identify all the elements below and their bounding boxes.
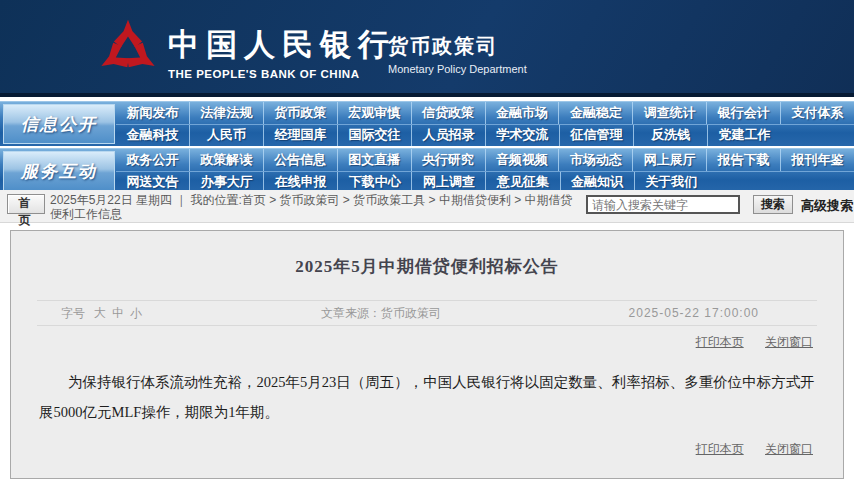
nav-link[interactable]: 报刊年鉴 [792,151,844,169]
article-meta-row: 字号 大中小 文章来源：货币政策司 2025-05-22 17:00:00 [37,300,817,326]
nav-link[interactable]: 图文直播 [348,151,400,169]
nav-link[interactable]: 意见征集 [497,173,549,191]
nav-cell: 音频视频 [486,149,560,171]
nav-cell: 政策解读 [190,149,264,171]
nav-cell: 信贷政策 [412,102,486,124]
breadcrumb: 2025年5月22日 星期四 ｜ 我的位置:首页 > 货币政策司 > 货币政策工… [50,193,584,221]
nav-cell: 央行研究 [412,149,486,171]
department-name-cn: 货币政策司 [388,33,527,60]
article-title: 2025年5月中期借贷便利招标公告 [11,255,843,278]
site-header: 中国人民银行 THE PEOPLE'S BANK OF CHINA 货币政策司 … [0,0,854,97]
font-size-option[interactable]: 大 [94,306,106,320]
nav-link[interactable]: 市场动态 [570,151,622,169]
nav-link[interactable]: 办事大厅 [201,173,253,191]
nav-link[interactable]: 人员招录 [423,126,475,144]
nav-row: 新闻发布法律法规货币政策宏观审慎信贷政策金融市场金融稳定调查统计银行会计支付体系 [116,102,854,125]
font-size-option[interactable]: 中 [112,306,124,320]
nav-link[interactable]: 调查统计 [644,104,696,122]
nav-cell: 人民币 [190,125,264,147]
nav-cell: 银行会计 [707,102,781,124]
nav-link[interactable]: 反洗钱 [651,126,690,144]
nav-link[interactable]: 人民币 [207,126,246,144]
nav-cell: 市场动态 [559,149,633,171]
nav-cell: 国际交往 [338,125,412,147]
nav-cell [781,125,854,147]
department-name-en: Monetary Policy Department [388,63,527,75]
breadcrumb-bar: 首 页 2025年5月22日 星期四 ｜ 我的位置:首页 > 货币政策司 > 货… [0,190,854,223]
close-window-link[interactable]: 关闭窗口 [765,442,813,456]
nav-link[interactable]: 网上展厅 [644,151,696,169]
nav-rows: 新闻发布法律法规货币政策宏观审慎信贷政策金融市场金融稳定调查统计银行会计支付体系… [116,102,854,146]
nav-link[interactable]: 货币政策 [274,104,326,122]
nav-link[interactable]: 金融科技 [127,126,179,144]
nav-cell: 图文直播 [338,149,412,171]
nav-cell: 调查统计 [633,102,707,124]
nav-cell: 人员招录 [412,125,486,147]
font-size-options: 大中小 [94,305,148,322]
nav-link[interactable]: 公告信息 [274,151,326,169]
nav-link[interactable]: 在线申报 [275,173,327,191]
nav-link[interactable]: 网送文告 [127,173,179,191]
nav-link[interactable]: 支付体系 [792,104,844,122]
print-page-link[interactable]: 打印本页 [696,442,744,456]
advanced-search-link[interactable]: 高级搜索 [801,197,853,215]
nav-link[interactable]: 报告下载 [718,151,770,169]
nav-link[interactable]: 音频视频 [496,151,548,169]
home-button[interactable]: 首 页 [7,194,45,214]
font-size-option[interactable]: 小 [130,306,142,320]
close-window-link[interactable]: 关闭窗口 [765,335,813,349]
nav-link[interactable]: 新闻发布 [126,104,178,122]
nav-link[interactable]: 征信管理 [571,126,623,144]
nav-cell: 金融市场 [486,102,560,124]
nav-link[interactable]: 金融知识 [571,173,623,191]
nav-row: 政务公开政策解读公告信息图文直播央行研究音频视频市场动态网上展厅报告下载报刊年鉴 [116,149,854,172]
nav-rows: 政务公开政策解读公告信息图文直播央行研究音频视频市场动态网上展厅报告下载报刊年鉴… [116,149,854,193]
nav-cell: 党建工作 [708,125,781,147]
nav-cell: 报刊年鉴 [781,149,854,171]
nav-cell: 货币政策 [264,102,338,124]
pboc-logo-icon [96,16,160,80]
nav-link[interactable]: 金融市场 [496,104,548,122]
source-label: 文章来源： [321,306,381,320]
nav-cell: 政务公开 [116,149,190,171]
nav-cell: 新闻发布 [116,102,190,124]
nav-link[interactable]: 央行研究 [422,151,474,169]
nav-link[interactable]: 网上调查 [423,173,475,191]
nav-link[interactable]: 法律法规 [200,104,252,122]
search-button[interactable]: 搜索 [753,195,793,214]
main-navigation: 信息公开新闻发布法律法规货币政策宏观审慎信贷政策金融市场金融稳定调查统计银行会计… [0,101,854,195]
nav-section-label: 信息公开 [3,104,115,144]
bank-name-en: THE PEOPLE'S BANK OF CHINA [168,68,396,80]
print-page-link[interactable]: 打印本页 [696,335,744,349]
nav-link[interactable]: 学术交流 [497,126,549,144]
nav-cell: 报告下载 [707,149,781,171]
article-datetime: 2025-05-22 17:00:00 [629,306,759,320]
article-container: 2025年5月中期借贷便利招标公告 字号 大中小 文章来源：货币政策司 2025… [10,230,844,479]
nav-link[interactable]: 政务公开 [126,151,178,169]
bank-name-cn: 中国人民银行 [168,24,396,66]
nav-link[interactable]: 下载中心 [349,173,401,191]
nav-link[interactable]: 关于我们 [645,173,697,191]
nav-link[interactable]: 党建工作 [719,126,771,144]
nav-link[interactable]: 信贷政策 [422,104,474,122]
search-input[interactable] [586,195,740,214]
nav-link[interactable]: 银行会计 [718,104,770,122]
nav-row: 金融科技人民币经理国库国际交往人员招录学术交流征信管理反洗钱党建工作 [116,125,854,147]
nav-cell: 征信管理 [560,125,634,147]
nav-link[interactable]: 金融稳定 [570,104,622,122]
nav-cell: 金融稳定 [559,102,633,124]
article-source: 文章来源：货币政策司 [321,305,441,322]
nav-cell: 公告信息 [264,149,338,171]
nav-link[interactable]: 国际交往 [349,126,401,144]
nav-cell: 支付体系 [781,102,854,124]
nav-cell: 宏观审慎 [338,102,412,124]
current-date: 2025年5月22日 星期四 [50,193,172,207]
breadcrumb-separator: ｜ [175,193,187,207]
nav-link[interactable]: 政策解读 [200,151,252,169]
nav-cell: 反洗钱 [634,125,708,147]
source-value: 货币政策司 [381,306,441,320]
nav-band: 服务互动政务公开政策解读公告信息图文直播央行研究音频视频市场动态网上展厅报告下载… [0,148,854,193]
nav-link[interactable]: 经理国库 [275,126,327,144]
nav-cell: 网上展厅 [633,149,707,171]
nav-link[interactable]: 宏观审慎 [348,104,400,122]
